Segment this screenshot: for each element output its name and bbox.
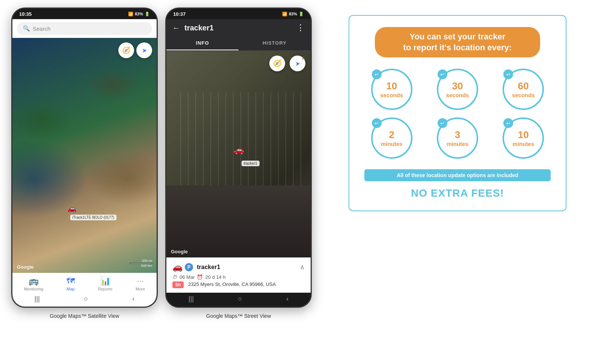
battery-icon2: 🔋 — [299, 12, 304, 17]
info-card-header: 🚗 P tracker1 ∧ — [172, 262, 305, 272]
phone1-time: 10:35 — [19, 11, 32, 17]
time-badge: 5h — [172, 281, 184, 288]
circle-60sec: ↩ 60 seconds — [496, 69, 551, 110]
reports-icon: 📊 — [100, 276, 110, 286]
included-banner: All of these location update options are… — [364, 169, 551, 181]
context-menu-button[interactable]: ⋮ — [296, 23, 305, 33]
nav-monitoring-label: Monitoring — [24, 287, 43, 291]
tracker-name-header: tracker1 — [184, 24, 292, 32]
circle-number-10sec: 10 — [380, 80, 403, 92]
system-home-icon[interactable]: ○ — [84, 295, 88, 303]
system-back-icon2[interactable]: ‹ — [286, 295, 288, 303]
nav-more[interactable]: ··· More — [136, 276, 145, 291]
panel-box: You can set your tracker to report it's … — [349, 15, 566, 211]
car-icon-small: 🚗 — [172, 262, 183, 272]
google-watermark2: Google — [171, 249, 188, 254]
panel-title-line1: You can set your tracker — [409, 32, 505, 41]
phone1: 10:35 📶 83% 🔋 🔍 Search 🧭 ➤ — [11, 8, 158, 308]
compass-button2[interactable]: 🧭 — [269, 56, 285, 71]
tracker-icon-area: 🚗 P — [172, 262, 193, 272]
satellite-map[interactable]: 🧭 ➤ 🚗 iTrack1LTE BOLD (0177) Google 200 … — [12, 38, 157, 273]
search-placeholder: Search — [33, 26, 51, 32]
circle-3min: ↩ 3 minutes — [430, 117, 485, 159]
aerial-map-bg: 🧭 ➤ 🚗 tracker1 Google ∧ — [166, 51, 311, 257]
phone1-status-icons: 📶 83% 🔋 — [128, 12, 150, 17]
car-pin2: 🚗 — [234, 145, 244, 155]
more-icon: ··· — [137, 276, 143, 286]
phone1-caption: Google Maps™ Satellite View — [50, 313, 119, 319]
circle-30sec: ↩ 30 seconds — [430, 69, 485, 110]
phone2-status-bar: 10:37 📶 83% 🔋 — [166, 9, 311, 19]
circle-text-60sec: 60 seconds — [512, 80, 535, 99]
circle-unit-30sec: seconds — [446, 92, 469, 99]
arrow-30sec: ↩ — [438, 69, 447, 79]
arrow-3min: ↩ — [438, 118, 447, 128]
circle-outer-2min: ↩ 2 minutes — [371, 117, 412, 159]
circle-number-2min: 2 — [381, 129, 403, 141]
system-menu-icon[interactable]: ||| — [35, 295, 40, 303]
info-panel: You can set your tracker to report it's … — [319, 8, 596, 219]
phone2: 10:37 📶 83% 🔋 ← tracker1 ⋮ INFO HISTORY … — [165, 8, 312, 308]
system-home-icon2[interactable]: ○ — [238, 295, 242, 303]
compass-icon2: 🧭 — [273, 59, 281, 68]
info-row-time: ⏱ 06 Mar ⏰ 20 d 14 h — [172, 274, 305, 280]
system-back-icon[interactable]: ‹ — [132, 295, 134, 303]
navigate-button[interactable]: ➤ — [136, 42, 152, 58]
google-watermark: Google — [17, 264, 34, 270]
circle-text-10min: 10 minutes — [513, 129, 535, 147]
search-input-box[interactable]: 🔍 Search — [17, 22, 152, 35]
map-icon: 🗺 — [66, 276, 75, 286]
system-menu-icon2[interactable]: ||| — [189, 295, 194, 303]
circle-outer-3min: ↩ 3 minutes — [437, 117, 478, 159]
monitoring-icon: 🚌 — [29, 276, 39, 286]
collapse-arrow[interactable]: ∧ — [302, 54, 306, 61]
nav-monitoring[interactable]: 🚌 Monitoring — [24, 276, 43, 291]
circle-10min: ↩ 10 minutes — [496, 117, 551, 159]
circles-grid: ↩ 10 seconds ↩ 30 seconds — [364, 69, 551, 159]
circle-unit-10min: minutes — [513, 141, 535, 147]
circle-outer-10sec: ↩ 10 seconds — [371, 69, 412, 110]
clock-icon: ⏱ — [172, 274, 177, 280]
circle-unit-2min: minutes — [381, 141, 403, 147]
aerial-map[interactable]: 🧭 ➤ 🚗 tracker1 Google ∧ — [166, 51, 311, 257]
phone2-wrapper: 10:37 📶 83% 🔋 ← tracker1 ⋮ INFO HISTORY … — [165, 8, 312, 319]
scale-bar: 200 mi 500 km — [130, 259, 152, 268]
info-tracker-name: tracker1 — [197, 264, 296, 271]
search-bar: 🔍 Search — [12, 19, 157, 38]
tab-history[interactable]: HISTORY — [239, 36, 311, 50]
nav-map-label: Map — [66, 287, 74, 291]
phone2-header: ← tracker1 ⋮ — [166, 19, 311, 36]
arrow-10sec: ↩ — [372, 69, 382, 79]
info-duration: 20 d 14 h — [205, 274, 225, 280]
circle-number-10min: 10 — [513, 129, 535, 141]
collapse-icon[interactable]: ∧ — [300, 263, 305, 271]
navigate-icon2: ➤ — [295, 60, 300, 67]
back-button[interactable]: ← — [172, 24, 180, 32]
nav-reports[interactable]: 📊 Reports — [98, 276, 113, 291]
arrow-2min: ↩ — [372, 118, 382, 128]
circle-unit-60sec: seconds — [512, 92, 535, 99]
search-icon: 🔍 — [23, 25, 30, 32]
phone2-status-icons: 📶 83% 🔋 — [282, 12, 304, 17]
no-fees-text: NO EXTRA FEES! — [364, 187, 551, 199]
phone1-wrapper: 10:35 📶 83% 🔋 🔍 Search 🧭 ➤ — [11, 8, 158, 319]
circle-text-10sec: 10 seconds — [380, 80, 403, 99]
circle-10sec: ↩ 10 seconds — [364, 69, 419, 110]
info-address: 2325 Myers St, Oroville, CA 95966, USA — [188, 281, 276, 287]
circle-number-30sec: 30 — [446, 80, 469, 92]
panel-title: You can set your tracker to report it's … — [385, 32, 530, 53]
system-nav-bar2: ||| ○ ‹ — [166, 293, 311, 307]
nav-map[interactable]: 🗺 Map — [66, 276, 75, 291]
panel-title-line2: to report it's location every: — [403, 43, 512, 52]
tracker-label: iTrack1LTE BOLD (0177) — [70, 215, 117, 220]
phone1-status-bar: 10:35 📶 83% 🔋 — [12, 9, 157, 19]
circle-unit-3min: minutes — [447, 141, 468, 147]
compass-button[interactable]: 🧭 — [118, 42, 134, 58]
panel-box-wrapper: You can set your tracker to report it's … — [349, 15, 566, 211]
tab-info[interactable]: INFO — [166, 36, 239, 50]
phone2-battery: 83% — [289, 12, 297, 16]
battery-icon: 🔋 — [145, 12, 150, 17]
circle-2min: ↩ 2 minutes — [364, 117, 419, 159]
phone2-caption: Google Maps™ Street View — [206, 313, 271, 319]
circle-text-30sec: 30 seconds — [446, 80, 469, 99]
